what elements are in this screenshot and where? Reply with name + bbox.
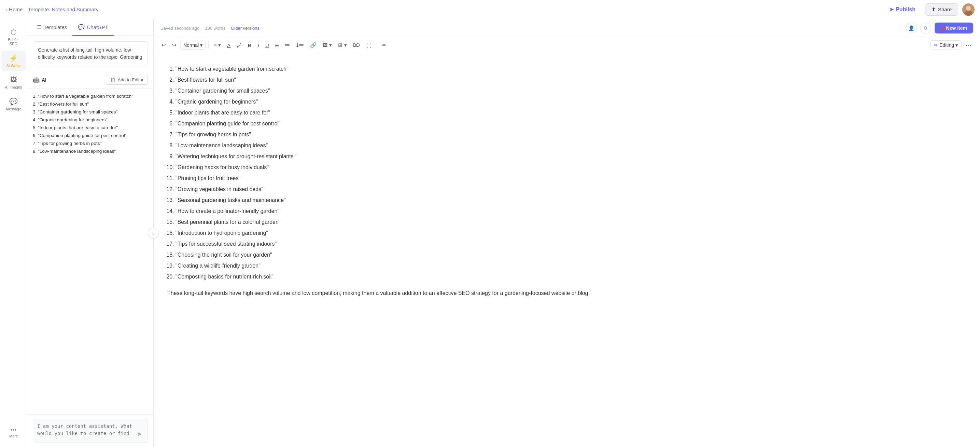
underline-button[interactable]: U bbox=[263, 41, 272, 50]
publish-button[interactable]: ➤ Publish bbox=[884, 3, 921, 15]
home-button[interactable]: ‹ Home bbox=[5, 6, 22, 12]
style-dropdown[interactable]: Normal ▾ bbox=[180, 41, 205, 49]
editor-list-item: "Container gardening for small spaces" bbox=[175, 86, 966, 96]
editing-label: Editing bbox=[939, 42, 954, 48]
editing-dropdown[interactable]: ✏ Editing ▾ bbox=[930, 40, 962, 50]
add-to-editor-icon: 📋 bbox=[110, 77, 116, 82]
align-button[interactable]: ≡ ▾ bbox=[212, 40, 223, 50]
editor-list-item: "Creating a wildlife-friendly garden" bbox=[175, 261, 966, 271]
link-button[interactable]: 🔗 bbox=[308, 40, 319, 50]
new-item-label: New Item bbox=[946, 25, 967, 31]
editing-icon: ✏ bbox=[934, 42, 938, 48]
ai-response-item: 2. "Best flowers for full sun" bbox=[33, 101, 148, 109]
tab-chatgpt[interactable]: 💬 ChatGPT bbox=[72, 19, 114, 36]
edit-icon-button[interactable]: ✏ bbox=[380, 40, 389, 50]
sidebar-ai-images-label: AI Images bbox=[5, 85, 22, 89]
undo-button[interactable]: ↩ bbox=[159, 40, 168, 50]
ai-robot-icon: 🤖 bbox=[33, 77, 40, 83]
editor-list-item: "Pruning tips for fruit trees" bbox=[175, 174, 966, 183]
style-dropdown-chevron: ▾ bbox=[200, 42, 202, 48]
sidebar-more-label: More bbox=[9, 434, 18, 438]
editor-toolbar: ↩ ↪ Normal ▾ ≡ ▾ A 🖊 B I U S ≔ 1≔ 🔗 🖼 ▾ … bbox=[154, 37, 980, 53]
sidebar-brief-seo-label: Brief + SEO bbox=[5, 38, 23, 46]
sidebar-item-brief-seo[interactable]: ⬡ Brief + SEO bbox=[2, 25, 25, 49]
share-label: Share bbox=[938, 6, 952, 12]
share-icon: ⬆ bbox=[932, 6, 936, 13]
ai-response-item: 5. "Indoor plants that are easy to care … bbox=[33, 124, 148, 132]
home-label: Home bbox=[9, 6, 22, 12]
sidebar-item-ai-writer[interactable]: ⚡ AI Writer bbox=[2, 51, 25, 71]
editor-list-item: "Choosing the right soil for your garden… bbox=[175, 250, 966, 260]
ai-images-icon: 🖼 bbox=[10, 76, 17, 84]
editor-footer-text: These long-tail keywords have high searc… bbox=[167, 289, 966, 298]
word-count: 136 words bbox=[205, 26, 225, 31]
top-bar: ‹ Home Template: Notes and Summary ➤ Pub… bbox=[0, 0, 980, 19]
publish-label: Publish bbox=[896, 6, 915, 13]
strikethrough-button[interactable]: S bbox=[273, 41, 281, 50]
ordered-list-button[interactable]: 1≔ bbox=[294, 40, 306, 50]
new-item-dot bbox=[941, 26, 944, 30]
ai-response-item: 7. "Tips for growing herbs in pots" bbox=[33, 140, 148, 148]
user-circle-icon: 👤 bbox=[908, 25, 914, 31]
new-item-button[interactable]: New Item bbox=[935, 22, 973, 34]
panel: ☰ Templates 💬 ChatGPT Generate a list of… bbox=[27, 19, 154, 447]
sidebar-ai-writer-label: AI Writer bbox=[6, 64, 21, 68]
bold-button[interactable]: B bbox=[245, 41, 254, 50]
clear-format-button[interactable]: ⌦ bbox=[351, 40, 363, 50]
chat-input-box: ➤ bbox=[33, 419, 148, 443]
editing-chevron: ▾ bbox=[955, 42, 958, 48]
tab-templates[interactable]: ☰ Templates bbox=[32, 19, 72, 36]
editor-list-item: "How to create a pollinator-friendly gar… bbox=[175, 206, 966, 216]
avatar[interactable] bbox=[962, 3, 975, 16]
chevron-left-icon: ‹ bbox=[5, 7, 7, 12]
chevron-left-icon: ‹ bbox=[153, 231, 154, 236]
ai-label: 🤖 AI bbox=[33, 77, 46, 83]
text-color-button[interactable]: A bbox=[225, 41, 233, 50]
saved-status: Saved seconds ago bbox=[161, 26, 199, 31]
table-button[interactable]: ⊞ ▾ bbox=[336, 40, 349, 50]
editor-meta-bar: Saved seconds ago 136 words Older versio… bbox=[154, 19, 980, 37]
toolbar-divider-2 bbox=[377, 42, 377, 48]
fullscreen-button[interactable]: ⛶ bbox=[364, 41, 374, 50]
highlight-button[interactable]: 🖊 bbox=[234, 41, 244, 50]
message-icon: 💬 bbox=[9, 97, 18, 105]
templates-tab-icon: ☰ bbox=[37, 24, 42, 30]
editor-list-item: "How to start a vegetable garden from sc… bbox=[175, 64, 966, 74]
ai-response-item: 4. "Organic gardening for beginners" bbox=[33, 116, 148, 124]
brief-seo-icon: ⬡ bbox=[11, 28, 16, 36]
prompt-box: Generate a list of long-tail, high-volum… bbox=[33, 42, 148, 66]
editor-list-item: "Indoor plants that are easy to care for… bbox=[175, 108, 966, 118]
chat-input-area: ➤ bbox=[27, 415, 153, 447]
editor-list-item: "Seasonal gardening tasks and maintenanc… bbox=[175, 195, 966, 205]
ai-response-item: 3. "Container gardening for small spaces… bbox=[33, 109, 148, 116]
image-button[interactable]: 🖼 ▾ bbox=[320, 40, 334, 50]
meta-icon-user[interactable]: 👤 bbox=[906, 22, 917, 34]
editor-list-item: "Best flowers for full sun" bbox=[175, 75, 966, 85]
templates-tab-label: Templates bbox=[44, 24, 67, 30]
ai-writer-icon: ⚡ bbox=[9, 54, 18, 62]
editor-content[interactable]: "How to start a vegetable garden from sc… bbox=[154, 53, 980, 447]
ai-label-text: AI bbox=[42, 77, 46, 83]
more-toolbar-button[interactable]: ⋯ bbox=[963, 40, 975, 50]
top-bar-right: ➤ Publish ⬆ Share bbox=[884, 3, 975, 16]
ai-response-header: 🤖 AI 📋 Add to Editor bbox=[27, 72, 153, 88]
add-to-editor-button[interactable]: 📋 Add to Editor bbox=[106, 75, 148, 85]
sidebar-item-message[interactable]: 💬 Message bbox=[2, 94, 25, 115]
editor-list-item: "Growing vegetables in raised beds" bbox=[175, 185, 966, 194]
sidebar-item-more[interactable]: ••• More bbox=[2, 424, 25, 442]
ai-response-text: 1. "How to start a vegetable garden from… bbox=[27, 88, 153, 160]
editor-list-item: "Best perennial plants for a colorful ga… bbox=[175, 217, 966, 227]
italic-button[interactable]: I bbox=[255, 41, 262, 50]
editor-list-item: "Gardening hacks for busy individuals" bbox=[175, 163, 966, 172]
editor-list-item: "Tips for successful seed starting indoo… bbox=[175, 239, 966, 249]
share-button[interactable]: ⬆ Share bbox=[925, 3, 958, 16]
older-versions-link[interactable]: Older versions bbox=[231, 26, 259, 31]
breadcrumb-name: Notes and Summary bbox=[52, 6, 99, 12]
sidebar-item-ai-images[interactable]: 🖼 AI Images bbox=[2, 72, 25, 93]
chat-input[interactable] bbox=[37, 423, 135, 439]
meta-icon-settings[interactable]: ⚙ bbox=[920, 22, 931, 34]
send-button[interactable]: ➤ bbox=[135, 429, 143, 439]
bullet-list-button[interactable]: ≔ bbox=[282, 40, 292, 50]
panel-collapse-handle[interactable]: ‹ bbox=[148, 228, 159, 238]
redo-button[interactable]: ↪ bbox=[170, 40, 179, 50]
